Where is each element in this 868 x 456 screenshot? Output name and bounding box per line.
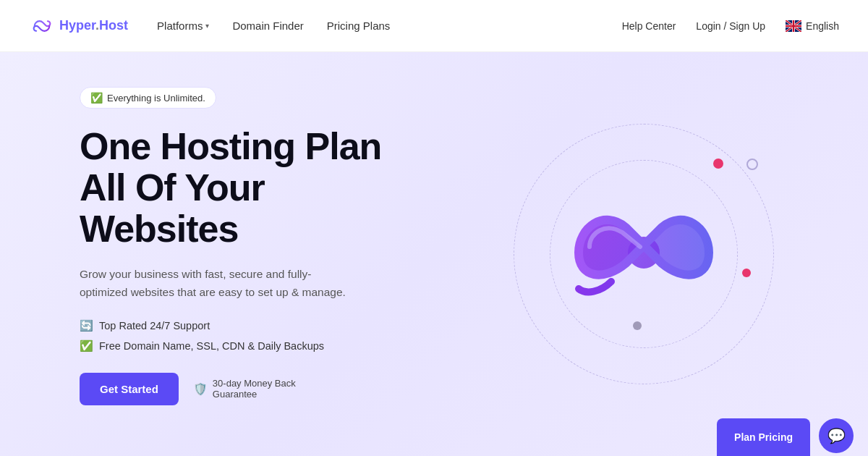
dot-pink-mid [742, 269, 751, 277]
get-started-button[interactable]: Get Started [80, 373, 179, 405]
help-center-link[interactable]: Help Center [622, 20, 676, 32]
nav-domain-finder[interactable]: Domain Finder [232, 20, 303, 32]
check-circle-icon: ✅ [80, 339, 93, 352]
support-icon: 🔄 [80, 319, 93, 332]
hero-section: ✅ Everything is Unlimited. One Hosting P… [0, 52, 868, 456]
hero-title: One Hosting Plan All Of Your Websites [80, 126, 420, 250]
navbar: Hyper.Host Platforms ▾ Domain Finder Pri… [0, 0, 868, 52]
illustration-container [492, 102, 796, 406]
hero-illustration: Plan Pricing 💬 [420, 52, 868, 456]
money-back-guarantee: 🛡️ 30-day Money Back Guarantee [193, 378, 296, 400]
features-list: 🔄 Top Rated 24/7 Support ✅ Free Domain N… [80, 319, 420, 352]
nav-links: Platforms ▾ Domain Finder Pricing Plans [157, 20, 622, 32]
hero-description: Grow your business with fast, secure and… [80, 265, 354, 302]
logo[interactable]: Hyper.Host [29, 17, 128, 35]
dot-pink-top [713, 159, 723, 169]
hero-content: ✅ Everything is Unlimited. One Hosting P… [0, 52, 420, 456]
language-selector[interactable]: English [786, 20, 839, 32]
dot-outline [746, 159, 758, 170]
nav-right: Help Center Login / Sign Up English [622, 20, 839, 32]
bottom-buttons: Plan Pricing 💬 [717, 418, 868, 456]
chat-icon: 💬 [827, 427, 846, 444]
chat-button[interactable]: 💬 [819, 418, 854, 453]
cta-row: Get Started 🛡️ 30-day Money Back Guarant… [80, 373, 420, 405]
nav-pricing-plans[interactable]: Pricing Plans [327, 20, 391, 32]
dot-gray [633, 321, 642, 330]
check-icon: ✅ [90, 92, 103, 104]
badge: ✅ Everything is Unlimited. [80, 87, 216, 109]
plan-pricing-button[interactable]: Plan Pricing [717, 418, 810, 456]
feature-support: 🔄 Top Rated 24/7 Support [80, 319, 420, 332]
nav-platforms[interactable]: Platforms ▾ [157, 20, 209, 32]
flag-uk-icon [786, 20, 801, 32]
shield-icon: 🛡️ [193, 382, 208, 396]
logo-text: Hyper.Host [59, 18, 128, 33]
feature-domain: ✅ Free Domain Name, SSL, CDN & Daily Bac… [80, 339, 420, 352]
language-label: English [806, 20, 839, 32]
login-signup-link[interactable]: Login / Sign Up [696, 20, 765, 32]
cloud-logo-illustration [550, 187, 738, 321]
chevron-down-icon: ▾ [205, 22, 209, 30]
